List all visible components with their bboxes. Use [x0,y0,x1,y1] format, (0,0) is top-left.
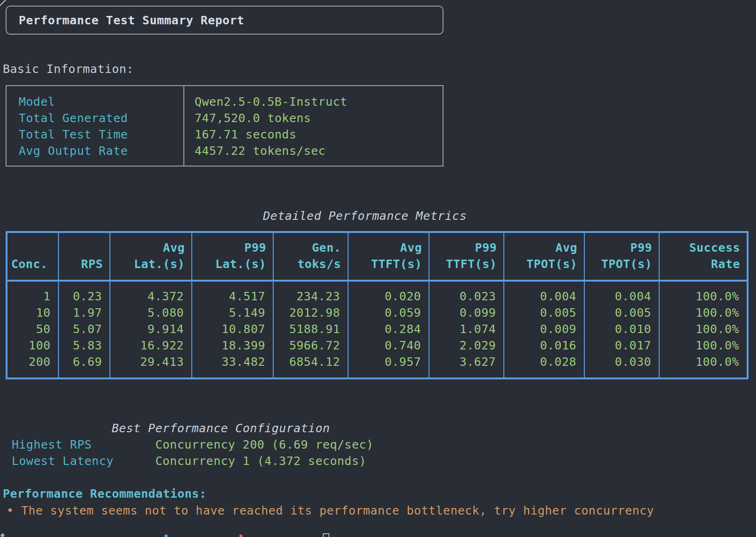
basic-info-label: Avg Output Rate [19,143,183,159]
metrics-header-cell: RPS [58,233,109,280]
metric-value: 100.0% [660,305,739,321]
metric-value: 6854.12 [274,354,340,370]
metric-value: 100.0% [660,288,739,305]
metrics-table-header-row: Conc.RPSAvgLat.(s)P99Lat.(s)Gen.toks/sAv… [7,233,747,282]
metrics-header-cell: P99TTFT(s) [429,233,503,280]
best-config-row: Highest RPSConcurrency 200 (6.69 req/sec… [0,436,468,453]
metrics-header-line2: Lat.(s) [196,256,266,272]
basic-info-label: Total Generated [19,110,183,126]
metric-value: 0.099 [429,305,496,321]
metrics-header-line1: Success [663,239,740,256]
terminal-screen: { "report": { "title": "Performance Test… [0,0,756,537]
metrics-body-column: 11050100200 [7,282,58,377]
basic-info-value: 167.71 seconds [195,126,443,143]
metrics-header-cell: Gen.toks/s [273,233,348,280]
metric-value: 0.284 [349,321,421,337]
best-config-value: Concurrency 1 (4.372 seconds) [155,453,366,469]
metric-value: 0.740 [349,337,421,354]
metrics-table: Conc.RPSAvgLat.(s)P99Lat.(s)Gen.toks/sAv… [6,231,749,379]
metrics-header-line2: TTFT(s) [352,256,422,272]
best-config-title: Best Performance Configuration [6,420,436,436]
metrics-header-line2: RPS [63,256,103,272]
metric-value: 0.016 [504,337,576,354]
metrics-table-body: 110501002000.231.975.075.836.694.3725.08… [7,282,747,377]
clipped-glyph-fragment [165,535,167,537]
metrics-body-column: 4.3725.0809.91416.92229.413 [109,282,191,377]
best-config-label: Highest RPS [12,436,155,453]
best-config-rows: Highest RPSConcurrency 200 (6.69 req/sec… [0,436,468,469]
metric-value: 0.028 [504,354,576,370]
metric-value: 0.010 [585,321,651,337]
best-config-row: Lowest LatencyConcurrency 1 (4.372 secon… [0,453,468,469]
metrics-header-line1: Avg [508,239,577,256]
metric-value: 18.399 [192,337,265,354]
basic-info-heading: Basic Information: [3,61,134,77]
metric-value: 0.023 [429,288,496,305]
clipped-glyph-fragment [240,535,242,537]
metrics-header-line1: P99 [589,239,652,256]
metric-value: 200 [7,354,51,370]
metrics-header-cell: SuccessRate [659,233,747,280]
clipped-glyph-fragment [0,533,5,537]
metric-value: 4.372 [110,288,184,305]
metric-value: 5188.91 [274,321,340,337]
metrics-header-cell: AvgTPOT(s) [503,233,584,280]
report-title: Performance Test Summary Report [7,14,244,27]
metric-value: 0.030 [585,354,651,370]
metrics-header-line1: P99 [433,239,497,256]
basic-info-values-column: Qwen2.5-0.5B-Instruct747,520.0 tokens167… [184,86,443,166]
metric-value: 0.004 [585,288,651,305]
recommendation-item: • The system seems not to have reached i… [7,502,654,519]
metrics-body-column: 0.0040.0050.0090.0160.028 [503,282,584,377]
metrics-body-column: 4.5175.14910.80718.39933.482 [191,282,273,377]
recommendations-heading: Performance Recommendations: [3,486,206,502]
metric-value: 100.0% [660,337,739,354]
metric-value: 100 [7,337,51,354]
metrics-body-column: 0.0230.0991.0742.0293.627 [429,282,503,377]
metrics-body-column: 234.232012.985188.915966.726854.12 [273,282,348,377]
metric-value: 0.005 [585,305,651,321]
metrics-body-column: 100.0%100.0%100.0%100.0%100.0% [659,282,747,377]
metric-value: 5.080 [110,305,184,321]
metric-value: 10 [7,305,51,321]
metrics-header-cell: AvgTTFT(s) [348,233,429,280]
metrics-header-line2: Rate [663,256,740,272]
metrics-header-line2: Conc. [11,256,51,272]
basic-info-value: 747,520.0 tokens [195,110,443,126]
metrics-body-column: 0.0200.0590.2840.7400.957 [348,282,429,377]
metric-value: 50 [7,321,51,337]
metric-value: 234.23 [274,288,340,305]
metrics-body-column: 0.231.975.075.836.69 [58,282,109,377]
metric-value: 2.029 [429,337,496,354]
recommendation-text: The system seems not to have reached its… [21,504,654,517]
basic-info-box: ModelTotal GeneratedTotal Test TimeAvg O… [6,85,443,167]
metrics-header-line1: P99 [196,239,266,256]
basic-info-value: 4457.22 tokens/sec [195,143,443,159]
basic-info-labels-column: ModelTotal GeneratedTotal Test TimeAvg O… [7,86,183,166]
basic-info-value: Qwen2.5-0.5B-Instruct [195,94,443,110]
metrics-header-cell: Conc. [7,233,58,280]
metric-value: 0.020 [349,288,421,305]
metric-value: 0.004 [504,288,576,305]
metrics-header-line2: Lat.(s) [114,256,185,272]
metric-value: 100.0% [660,321,739,337]
metrics-header-line1: Avg [352,239,422,256]
metrics-table-title: Detailed Performance Metrics [6,208,724,224]
metric-value: 0.957 [349,354,421,370]
metrics-header-line1: Gen. [277,239,341,256]
metric-value: 0.017 [585,337,651,354]
metric-value: 33.482 [192,354,265,370]
metrics-header-line2: toks/s [277,256,341,272]
metric-value: 10.807 [192,321,265,337]
metric-value: 1.074 [429,321,496,337]
metric-value: 9.914 [110,321,184,337]
metric-value: 5.149 [192,305,265,321]
metric-value: 5.07 [59,321,102,337]
metric-value: 29.413 [110,354,184,370]
metrics-header-cell: P99Lat.(s) [191,233,273,280]
metrics-header-line2: TTFT(s) [433,256,497,272]
metric-value: 0.059 [349,305,421,321]
metrics-header-cell: P99TPOT(s) [584,233,659,280]
metric-value: 5.83 [59,337,102,354]
bullet-icon: • [7,504,14,517]
